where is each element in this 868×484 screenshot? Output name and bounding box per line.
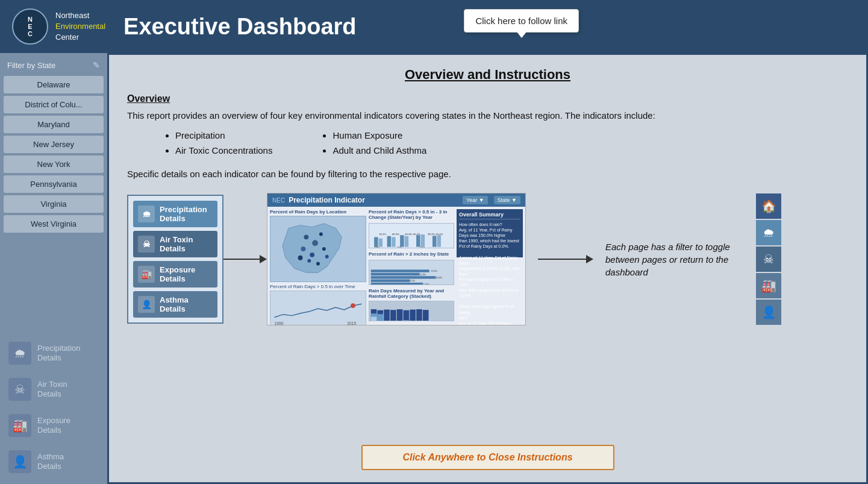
svg-rect-51 [390,310,396,321]
airtoxin-nav-label: Air ToxinDetails [37,380,67,398]
filter-header: Filter by State ✎ [4,58,104,72]
precip-bar-chart: 1990 2015 [270,291,366,325]
right-icon-home[interactable]: 🏠 [756,193,781,219]
indicators-col-right: Human Exposure Adult and Child Asthma [320,130,426,160]
svg-rect-53 [404,310,410,320]
nav-btn-toxin[interactable]: ☠ Air ToxinDetails [133,231,217,257]
toxin-btn-icon: ☠ [138,236,155,253]
right-icon-exposure[interactable]: 🏭 [756,273,781,298]
asthma-btn-icon: 👤 [138,296,155,313]
state-btn-delaware[interactable]: Delaware [4,76,104,93]
overview-heading: Overview [127,93,848,104]
svg-point-5 [310,253,314,257]
precip-left-col: Percent of Rain Days by Location [270,209,366,321]
svg-point-12 [351,303,355,308]
svg-text:9.2%: 9.2% [410,280,415,282]
sidebar-item-airtoxin[interactable]: ☠ Air ToxinDetails [4,372,104,407]
svg-rect-25 [405,236,408,247]
svg-text:13.5%: 13.5% [431,270,437,272]
svg-point-10 [316,262,320,266]
svg-text:14.8%: 14.8% [436,277,442,279]
svg-rect-49 [377,314,383,321]
svg-text:2015: 2015 [347,321,356,325]
svg-rect-22 [387,236,391,247]
sidebar: Filter by State ✎ Delaware District of C… [0,53,107,484]
exposure-icon: 🏭 [8,414,31,437]
close-instructions-button[interactable]: Click Anywhere to Close Instructions [361,445,614,470]
svg-rect-56 [423,310,429,321]
asthma-icon: 👤 [8,450,31,473]
instructions-overlay[interactable]: Overview and Instructions Overview This … [109,55,866,482]
overview-text: This report provides an overview of four… [127,109,848,123]
indicator-airtoxic: Air Toxic Concentrations [175,145,272,156]
right-icon-toxin[interactable]: ☠ [756,247,781,272]
svg-point-8 [298,256,303,260]
right-icon-precip[interactable]: 🌧 [756,220,781,245]
asthma-nav-label: AsthmaDetails [37,452,64,471]
svg-rect-35 [371,273,420,275]
app-header: NEC Northeast Environmental Center Execu… [0,0,868,53]
org-name: Northeast Environmental Center [55,10,105,43]
nav-btn-precip[interactable]: 🌧 PrecipitationDetails [133,201,217,227]
indicator-precipitation: Precipitation [175,130,272,140]
filter-label: Filter by State [7,61,55,70]
svg-rect-27 [421,234,425,247]
svg-rect-34 [371,269,429,272]
svg-text:2010: 2010 [419,247,424,248]
each-page-text: Each page has a filter to toggle between… [605,240,744,278]
sidebar-item-exposure[interactable]: 🏭 ExposureDetails [4,408,104,443]
svg-point-6 [322,247,326,251]
state-btn-maryland[interactable]: Maryland [4,116,104,133]
exposure-nav-label: ExposureDetails [37,416,70,435]
precip-indicator-label: Precipitation Indicator [289,196,365,204]
precip-btn-icon: 🌧 [138,206,155,222]
svg-rect-36 [371,276,436,278]
svg-rect-55 [416,309,422,321]
precip-inner: Percent of Rain Days by Location [267,207,525,324]
svg-point-3 [301,247,306,251]
airtoxin-icon: ☠ [8,378,31,401]
arrow-to-preview [223,255,267,263]
state-btn-virginia[interactable]: Virginia [4,195,104,213]
arrow-to-right [538,255,593,263]
svg-rect-20 [374,237,378,247]
sidebar-item-precipitation[interactable]: 🌧 PrecipitationDetails [4,336,104,371]
right-icon-asthma[interactable]: 👤 [756,300,781,325]
precipitation-nav-label: PrecipitationDetails [37,344,81,362]
instructions-panel: Overview and Instructions Overview This … [109,55,866,482]
state-btn-newjersey[interactable]: New Jersey [4,136,104,153]
svg-rect-37 [371,279,410,281]
main-layout: Filter by State ✎ Delaware District of C… [0,53,868,484]
filter-icon: ✎ [93,60,100,70]
state-btn-westvirginia[interactable]: West Virginia [4,215,104,233]
svg-point-7 [307,259,311,263]
svg-text:1990: 1990 [371,320,376,321]
precip-preview: NEC Precipitation Indicator Year ▼ State… [267,193,526,325]
svg-rect-21 [379,239,382,247]
indicator-humanexposure: Human Exposure [333,130,426,140]
exposure-btn-icon: 🏭 [138,266,155,283]
precip-right-col: Percent of Rain Days > 0.5 in - 3 in Cha… [369,209,454,321]
svg-rect-54 [410,309,416,320]
nav-btn-asthma[interactable]: 👤 AsthmaDetails [133,291,217,318]
asthma-btn-label: AsthmaDetails [160,295,189,313]
nav-btn-exposure[interactable]: 🏭 ExposureDetails [133,261,217,288]
svg-rect-38 [371,283,423,285]
logo: NEC [12,8,48,45]
svg-rect-50 [384,309,390,320]
sidebar-item-asthma[interactable]: 👤 AsthmaDetails [4,444,104,479]
indicators-grid: Precipitation Air Toxic Concentrations H… [163,130,848,160]
link-tooltip[interactable]: Click here to follow link [464,9,579,33]
state-btn-newyork[interactable]: New York [4,156,104,173]
svg-rect-23 [392,237,395,247]
svg-rect-52 [397,309,403,321]
svg-rect-28 [432,236,436,247]
svg-text:1990: 1990 [374,247,379,248]
indicator-asthma: Adult and Child Asthma [333,145,426,156]
summary-box: Overall Summary How often does it rain? … [457,209,523,257]
precip-map [270,216,366,282]
svg-text:30.2%: 30.2% [379,233,386,236]
state-btn-dc[interactable]: District of Colu... [4,96,104,113]
nav-diagram: 🌧 PrecipitationDetails ☠ Air ToxinDetail… [127,193,848,325]
state-btn-pennsylvania[interactable]: Pennsylvania [4,175,104,193]
